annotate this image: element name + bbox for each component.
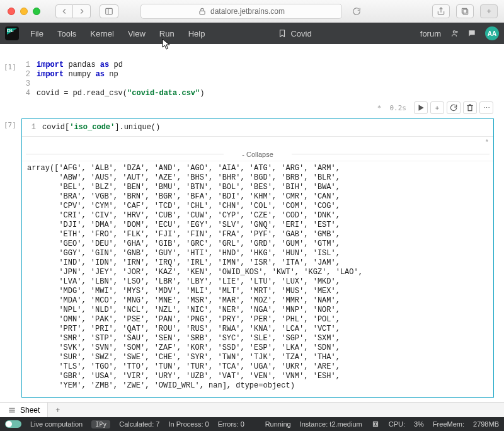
cell-toolbar: * 0.2s + ⋯ [377, 101, 493, 114]
menu-kernel[interactable]: Kernel [90, 29, 114, 38]
forum-link[interactable]: forum [420, 29, 441, 38]
svg-rect-14 [374, 423, 377, 425]
add-sheet-button[interactable]: + [48, 406, 67, 415]
main-menu: File Tools Kernel View Run Help [30, 29, 205, 38]
status-errors: Errors: 0 [218, 420, 244, 428]
status-bar: Live computation IPy Calculated: 7 In Pr… [0, 417, 504, 431]
live-computation-toggle[interactable] [5, 420, 21, 428]
restart-cell-button[interactable] [447, 101, 461, 114]
cursor-icon [162, 38, 172, 50]
cell-modified-marker: * [377, 104, 382, 112]
reload-button[interactable] [350, 4, 364, 18]
cell-2-output: array(['AFG', 'ALB', 'DZA', 'AND', 'AGO'… [22, 161, 493, 397]
menu-icon [8, 406, 16, 415]
chat-icon[interactable] [467, 29, 476, 38]
status-running: Running [265, 420, 291, 428]
code-cell-1[interactable]: 1import pandas as pd2import numpy as np3… [21, 60, 494, 98]
menu-view[interactable]: View [128, 29, 146, 38]
status-calculated: Calculated: 7 [119, 420, 159, 428]
cpu-label: CPU: [389, 420, 405, 428]
sheet-tabs: Sheet + [0, 402, 504, 417]
history-nav [55, 4, 91, 18]
run-cell-button[interactable] [414, 101, 428, 114]
menu-file[interactable]: File [30, 29, 43, 38]
cell-prompt-1: [1] [4, 63, 16, 71]
sheet-tab-active[interactable]: Sheet [0, 403, 48, 417]
code-cell-2[interactable]: * 0.2s + ⋯ 1covid['iso_code'].unique() *… [21, 118, 494, 398]
cell-2-code[interactable]: 1covid['iso_code'].unique() [22, 119, 493, 137]
share-people-icon[interactable] [450, 29, 459, 38]
close-window-button[interactable] [8, 8, 15, 15]
share-button[interactable] [432, 4, 450, 18]
maximize-window-button[interactable] [33, 8, 40, 15]
cpu-value: 3% [414, 420, 424, 428]
add-cell-button[interactable]: + [430, 101, 444, 114]
svg-rect-13 [373, 422, 377, 427]
cpu-icon [371, 420, 380, 428]
menu-run[interactable]: Run [159, 29, 175, 38]
minimize-window-button[interactable] [20, 8, 28, 15]
cell-output-modified-marker: * [22, 137, 493, 147]
cell-more-button[interactable]: ⋯ [479, 101, 493, 114]
live-computation-label: Live computation [30, 420, 83, 428]
mem-label: FreeMem: [433, 420, 464, 428]
svg-rect-0 [106, 8, 113, 14]
new-tab-button[interactable]: + [480, 4, 498, 18]
cell-exec-time: 0.2s [390, 104, 407, 112]
sidebar-toggle-button[interactable] [100, 4, 118, 18]
notebook-area: [1] 1import pandas as pd2import numpy as… [0, 44, 504, 402]
address-bar[interactable]: datalore.jetbrains.com [140, 4, 342, 19]
lock-icon [198, 7, 207, 16]
app-menu-bar: File Tools Kernel View Run Help Covid fo… [0, 23, 504, 44]
bookmark-icon [278, 29, 287, 38]
svg-rect-4 [463, 9, 468, 14]
tabs-button[interactable] [456, 4, 474, 18]
avatar[interactable]: AA [485, 26, 499, 40]
svg-rect-5 [462, 8, 467, 13]
svg-rect-2 [200, 11, 205, 14]
back-button[interactable] [55, 4, 73, 18]
svg-marker-9 [419, 105, 424, 110]
status-inprocess: In Process: 0 [168, 420, 209, 428]
status-instance[interactable]: Instance: t2.medium [300, 420, 362, 428]
menu-tools[interactable]: Tools [57, 29, 76, 38]
kernel-lang[interactable]: IPy [91, 420, 110, 428]
datalore-logo[interactable] [5, 26, 19, 40]
cell-prompt-2: [7] [4, 121, 16, 129]
mem-value: 2798MB [473, 420, 499, 428]
svg-point-6 [453, 31, 455, 33]
collapse-output-toggle[interactable]: - Collapse [22, 147, 493, 161]
mac-titlebar: datalore.jetbrains.com + [0, 0, 504, 23]
window-controls [0, 8, 40, 15]
delete-cell-button[interactable] [463, 101, 477, 114]
forward-button[interactable] [73, 4, 91, 18]
address-url: datalore.jetbrains.com [210, 7, 285, 16]
notebook-title[interactable]: Covid [278, 29, 311, 38]
menu-help[interactable]: Help [188, 29, 205, 38]
